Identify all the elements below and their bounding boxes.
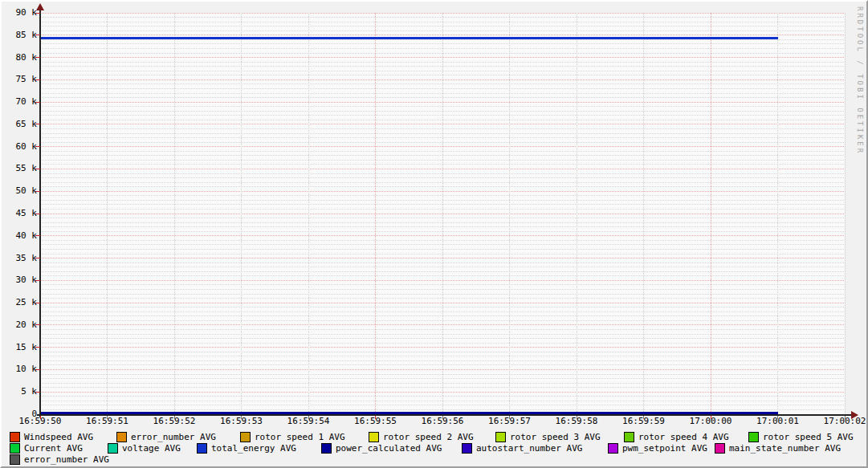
y-axis-label: 60 k <box>3 142 37 152</box>
gridline-major-v <box>375 13 376 414</box>
legend-item: power_calculated AVG <box>321 443 442 454</box>
gridline-major-v <box>711 13 711 414</box>
gridline-minor-v <box>509 13 510 414</box>
x-axis-label: 16:59:52 <box>153 417 196 426</box>
legend-item: rotor speed 5 AVG <box>748 432 854 442</box>
legend-color-swatch <box>10 454 20 465</box>
y-axis-label: 45 k <box>3 209 37 218</box>
legend-label: power_calculated AVG <box>336 443 442 454</box>
x-axis-label: 16:59:54 <box>287 417 330 426</box>
legend-item: pwm_setpoint AVG <box>608 443 707 454</box>
legend-label: total_energy AVG <box>211 443 296 454</box>
legend-label: error_number AVG <box>131 432 216 442</box>
legend-color-swatch <box>715 443 725 454</box>
watermark: RRDTOOL / TOBI OETIKER <box>856 6 864 155</box>
legend-color-swatch <box>495 432 506 442</box>
legend-color-swatch <box>624 432 634 442</box>
legend-color-swatch <box>197 443 207 454</box>
y-axis-label: 65 k <box>3 120 37 129</box>
legend-label: rotor speed 2 AVG <box>383 432 474 442</box>
legend-item: total_energy AVG <box>197 443 296 454</box>
legend-item: error_number AVG <box>10 454 109 465</box>
x-axis-label: 16:59:57 <box>488 417 531 426</box>
legend-item: rotor speed 2 AVG <box>369 432 474 442</box>
legend-label: Current AVG <box>24 443 83 454</box>
legend-item: rotor speed 1 AVG <box>240 432 345 442</box>
legend-item: autostart_number AVG <box>462 443 582 454</box>
gridline-minor-v <box>107 13 108 414</box>
x-axis-label: 16:59:59 <box>622 417 665 426</box>
legend-label: autostart_number AVG <box>476 443 582 454</box>
gridline-minor-v <box>577 13 577 414</box>
x-axis-label: 17:00:02 <box>824 417 866 426</box>
legend-label: rotor speed 3 AVG <box>510 432 601 442</box>
legend-color-swatch <box>116 432 127 442</box>
legend-color-swatch <box>462 443 472 454</box>
y-axis-label: 25 k <box>3 298 37 307</box>
y-axis-label: 90 k <box>3 8 37 18</box>
legend-color-swatch <box>240 432 251 442</box>
x-axis-label: 16:59:53 <box>220 417 263 426</box>
rrdtool-graph: 05 k10 k15 k20 k25 k30 k35 k40 k45 k50 k… <box>0 0 868 468</box>
legend-label: rotor speed 5 AVG <box>763 432 854 442</box>
gridline-minor-v <box>643 13 644 414</box>
legend-color-swatch <box>10 443 20 454</box>
legend-label: error_number AVG <box>24 454 109 465</box>
gridline-minor-v <box>241 13 242 414</box>
x-axis-label: 16:59:55 <box>354 417 397 426</box>
legend-item: error_number AVG <box>116 432 216 442</box>
y-axis-label: 20 k <box>3 320 37 330</box>
legend-item: voltage AVG <box>108 443 181 454</box>
legend-color-swatch <box>321 443 332 454</box>
x-axis-label: 17:00:00 <box>690 417 732 426</box>
y-axis-label: 70 k <box>3 97 37 107</box>
legend-label: pwm_setpoint AVG <box>622 443 707 454</box>
legend-label: rotor speed 1 AVG <box>255 432 345 442</box>
y-axis-label: 85 k <box>3 31 37 40</box>
x-axis-label: 16:59:56 <box>422 417 464 426</box>
y-axis-label: 30 k <box>3 275 37 285</box>
x-axis-label: 16:59:58 <box>556 417 598 426</box>
gridline-minor-v <box>845 13 846 414</box>
legend-label: voltage AVG <box>122 443 181 454</box>
legend-color-swatch <box>748 432 759 442</box>
legend-color-swatch <box>608 443 618 454</box>
y-axis-label: 80 k <box>3 53 37 63</box>
legend-item: Current AVG <box>10 443 83 454</box>
legend-item: rotor speed 3 AVG <box>495 432 601 442</box>
legend-label: main_state_number AVG <box>729 443 841 454</box>
legend-label: rotor speed 4 AVG <box>638 432 729 442</box>
gridline-minor-v <box>308 13 309 414</box>
y-axis-label: 40 k <box>3 231 37 241</box>
series-line-total-energy-avg <box>40 37 778 39</box>
legend-color-swatch <box>10 432 20 442</box>
legend-label: Windspeed AVG <box>24 432 93 442</box>
legend-color-swatch <box>369 432 379 442</box>
y-axis-arrow <box>36 3 44 10</box>
gridline-minor-v <box>777 13 778 414</box>
gridline-minor-v <box>174 13 175 414</box>
gridline-minor-v <box>442 13 443 414</box>
legend-color-swatch <box>108 443 118 454</box>
x-axis-label: 17:00:01 <box>756 417 799 426</box>
y-axis-label: 50 k <box>3 186 37 196</box>
y-axis-label: 55 k <box>3 164 37 173</box>
y-axis-label: 15 k <box>3 343 37 352</box>
legend-item: main_state_number AVG <box>715 443 841 454</box>
x-axis-label: 16:59:50 <box>19 417 62 426</box>
legend-item: rotor speed 4 AVG <box>624 432 729 442</box>
y-axis-label: 10 k <box>3 364 37 374</box>
y-axis-label: 5 k <box>3 387 37 397</box>
x-axis-label: 16:59:51 <box>86 417 128 426</box>
y-axis-label: 75 k <box>3 75 37 84</box>
y-axis-label: 35 k <box>3 254 37 263</box>
legend-item: Windspeed AVG <box>10 432 93 442</box>
